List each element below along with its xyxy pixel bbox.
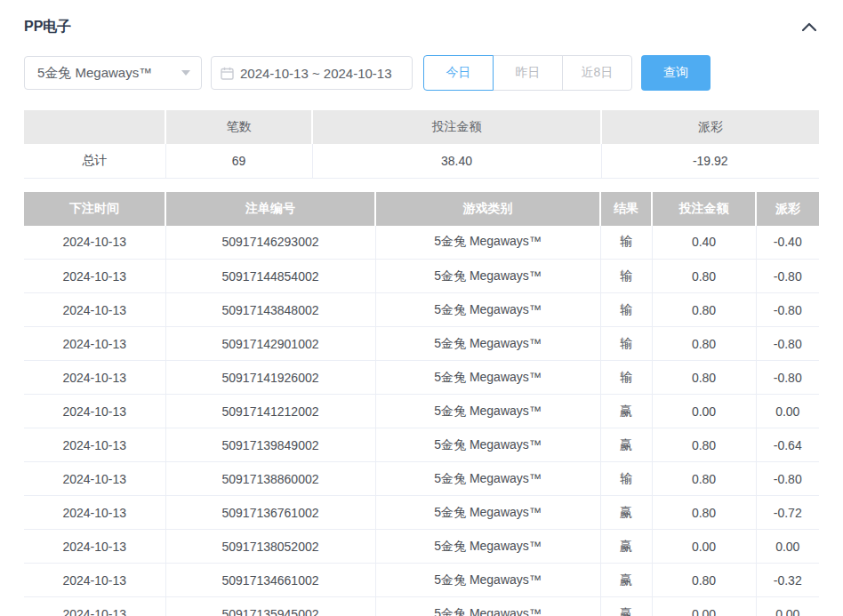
cell-order-id: 50917134661002 (165, 564, 375, 597)
cell-result: 赢 (600, 597, 652, 616)
table-row: 2024-10-13509171448540025金兔 Megaways™输0.… (24, 260, 819, 293)
cell-payout: -0.80 (756, 462, 819, 496)
range-button-yesterday[interactable]: 昨日 (493, 55, 563, 91)
summary-header-bet-amount: 投注金额 (312, 110, 601, 144)
calendar-icon (221, 67, 234, 80)
cell-bet: 0.80 (652, 564, 756, 597)
table-row: 2024-10-13509171462930025金兔 Megaways™输0.… (24, 226, 819, 260)
cell-payout: -0.80 (756, 327, 819, 361)
cell-bet: 0.40 (652, 226, 756, 260)
cell-bet: 0.00 (652, 597, 756, 616)
cell-payout: 0.00 (756, 597, 819, 616)
cell-order-id: 50917144854002 (165, 260, 375, 293)
records-header-payout: 派彩 (756, 192, 819, 226)
cell-payout: 0.00 (756, 530, 819, 564)
cell-bet: 0.80 (652, 293, 756, 327)
query-button[interactable]: 查询 (641, 55, 711, 91)
cell-result: 输 (600, 462, 652, 496)
records-tbody: 2024-10-13509171462930025金兔 Megaways™输0.… (24, 226, 819, 616)
summary-total-row: 总计 69 38.40 -19.92 (24, 144, 819, 178)
cell-game: 5金兔 Megaways™ (375, 564, 600, 597)
cell-order-id: 50917142901002 (165, 327, 375, 361)
records-header-bet-time: 下注时间 (24, 192, 165, 226)
records-header-result: 结果 (600, 192, 652, 226)
summary-total-payout: -19.92 (601, 144, 819, 178)
cell-result: 赢 (600, 530, 652, 564)
summary-header-blank (24, 110, 165, 144)
cell-result: 赢 (600, 496, 652, 530)
range-button-last8days[interactable]: 近8日 (562, 55, 632, 91)
page-title: PP电子 (24, 18, 71, 36)
cell-result: 输 (600, 226, 652, 260)
cell-date: 2024-10-13 (24, 226, 165, 260)
cell-date: 2024-10-13 (24, 361, 165, 395)
game-select-value: 5金兔 Megaways™ (37, 65, 152, 82)
cell-game: 5金兔 Megaways™ (375, 496, 600, 530)
summary-header-payout: 派彩 (601, 110, 819, 144)
cell-game: 5金兔 Megaways™ (375, 226, 600, 260)
cell-date: 2024-10-13 (24, 530, 165, 564)
table-row: 2024-10-13509171359450025金兔 Megaways™赢0.… (24, 597, 819, 616)
table-row: 2024-10-13509171380520025金兔 Megaways™赢0.… (24, 530, 819, 564)
date-range-picker[interactable]: 2024-10-13 ~ 2024-10-13 (211, 56, 413, 90)
records-table: 下注时间 注单编号 游戏类别 结果 投注金额 派彩 2024-10-135091… (24, 192, 819, 616)
summary-total-bet-amount: 38.40 (312, 144, 601, 178)
cell-result: 赢 (600, 428, 652, 462)
records-header-row: 下注时间 注单编号 游戏类别 结果 投注金额 派彩 (24, 192, 819, 226)
pp-panel: PP电子 5金兔 Megaways™ 2024-10-13 ~ 2024-10-… (0, 0, 843, 616)
cell-result: 赢 (600, 564, 652, 597)
cell-game: 5金兔 Megaways™ (375, 597, 600, 616)
summary-header-count: 笔数 (165, 110, 312, 144)
table-row: 2024-10-13509171388600025金兔 Megaways™输0.… (24, 462, 819, 496)
cell-date: 2024-10-13 (24, 597, 165, 616)
summary-table: 笔数 投注金额 派彩 总计 69 38.40 -19.92 (24, 110, 819, 179)
cell-order-id: 50917138860002 (165, 462, 375, 496)
cell-result: 输 (600, 293, 652, 327)
cell-payout: -0.40 (756, 226, 819, 260)
table-row: 2024-10-13509171412120025金兔 Megaways™赢0.… (24, 395, 819, 428)
cell-game: 5金兔 Megaways™ (375, 361, 600, 395)
cell-date: 2024-10-13 (24, 462, 165, 496)
cell-payout: -0.80 (756, 260, 819, 293)
records-header-game-type: 游戏类别 (375, 192, 600, 226)
cell-payout: -0.72 (756, 496, 819, 530)
table-row: 2024-10-13509171398490025金兔 Megaways™赢0.… (24, 428, 819, 462)
range-button-today[interactable]: 今日 (423, 55, 494, 91)
cell-order-id: 50917136761002 (165, 496, 375, 530)
cell-order-id: 50917141212002 (165, 395, 375, 428)
records-header-bet-amount: 投注金额 (652, 192, 756, 226)
cell-payout: -0.80 (756, 293, 819, 327)
date-range-value: 2024-10-13 ~ 2024-10-13 (240, 66, 392, 81)
panel-header: PP电子 (0, 0, 843, 36)
game-select[interactable]: 5金兔 Megaways™ (24, 56, 202, 90)
cell-payout: 0.00 (756, 395, 819, 428)
cell-order-id: 50917138052002 (165, 530, 375, 564)
cell-date: 2024-10-13 (24, 260, 165, 293)
cell-game: 5金兔 Megaways™ (375, 327, 600, 361)
cell-game: 5金兔 Megaways™ (375, 293, 600, 327)
cell-bet: 0.80 (652, 496, 756, 530)
cell-bet: 0.80 (652, 462, 756, 496)
quick-range-group: 今日 昨日 近8日 (423, 55, 632, 91)
summary-total-label: 总计 (24, 144, 165, 178)
collapse-chevron-up-icon[interactable] (799, 17, 819, 36)
cell-payout: -0.32 (756, 564, 819, 597)
cell-bet: 0.80 (652, 361, 756, 395)
filter-bar: 5金兔 Megaways™ 2024-10-13 ~ 2024-10-13 今日… (24, 55, 819, 91)
cell-game: 5金兔 Megaways™ (375, 428, 600, 462)
cell-order-id: 50917135945002 (165, 597, 375, 616)
summary-header-row: 笔数 投注金额 派彩 (24, 110, 819, 144)
cell-game: 5金兔 Megaways™ (375, 395, 600, 428)
summary-total-count: 69 (165, 144, 312, 178)
records-header-order-id: 注单编号 (165, 192, 375, 226)
cell-result: 赢 (600, 395, 652, 428)
cell-bet: 0.80 (652, 327, 756, 361)
cell-bet: 0.80 (652, 428, 756, 462)
cell-game: 5金兔 Megaways™ (375, 530, 600, 564)
chevron-down-icon (181, 70, 190, 76)
cell-date: 2024-10-13 (24, 496, 165, 530)
cell-bet: 0.00 (652, 395, 756, 428)
cell-bet: 0.00 (652, 530, 756, 564)
cell-result: 输 (600, 327, 652, 361)
table-row: 2024-10-13509171438480025金兔 Megaways™输0.… (24, 293, 819, 327)
